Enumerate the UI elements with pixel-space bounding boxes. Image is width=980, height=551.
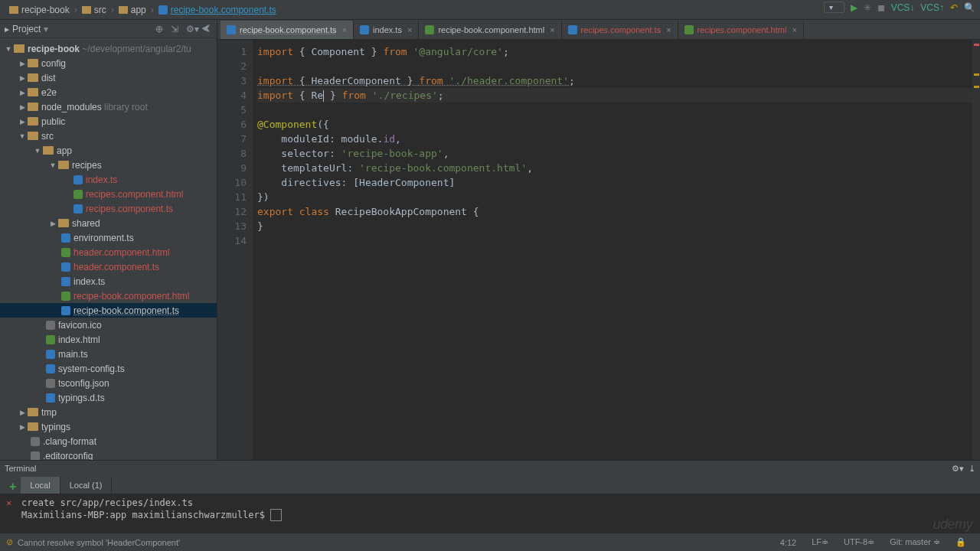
editor-tabs: recipe-book.component.ts× index.ts× reci…: [217, 20, 980, 40]
project-tree[interactable]: ▼recipe-book ~/development/angular2/tu ▶…: [0, 38, 217, 460]
hide-icon[interactable]: ⮜: [201, 24, 212, 34]
ts-file-icon: [360, 25, 369, 34]
folder-src[interactable]: src: [41, 131, 54, 142]
file-header-html[interactable]: header.component.html: [74, 247, 169, 258]
status-bar: ⊘ Cannot resolve symbol 'HeaderComponent…: [0, 533, 980, 551]
breadcrumb-root[interactable]: recipe-book: [6, 5, 73, 15]
folder-public[interactable]: public: [41, 116, 65, 127]
breadcrumb-app[interactable]: app: [116, 5, 149, 15]
status-warning-icon[interactable]: ⊘: [6, 537, 13, 547]
html-file-icon: [684, 25, 694, 34]
folder-icon: [119, 6, 128, 14]
folder-e2e[interactable]: e2e: [41, 87, 57, 98]
terminal-prompt: Maximilians-MBP:app maximilianschwarzmul…: [21, 510, 270, 520]
ts-file-icon: [227, 25, 236, 34]
folder-node-modules[interactable]: node_modules: [41, 102, 102, 112]
status-git-branch[interactable]: Git: master ≑: [890, 537, 940, 547]
file-recipe-book-ts[interactable]: recipe-book.component.ts: [74, 305, 179, 316]
file-recipes-ts[interactable]: recipes.component.ts: [86, 204, 173, 214]
close-icon[interactable]: ×: [792, 25, 796, 34]
breadcrumb-bar: recipe-book › src › app › recipe-book.co…: [0, 0, 980, 20]
add-terminal-button[interactable]: +: [9, 480, 16, 494]
tree-root[interactable]: recipe-book: [28, 44, 80, 54]
breadcrumb-file[interactable]: recipe-book.component.ts: [155, 5, 279, 15]
project-icon: ▸: [5, 24, 9, 34]
folder-shared[interactable]: shared: [72, 218, 100, 229]
folder-recipes[interactable]: recipes: [72, 160, 102, 171]
project-panel-header[interactable]: ▸ Project ▾ ⊕ ⇲ ⚙▾ ⮜: [0, 20, 217, 38]
terminal-tab-local[interactable]: Local: [21, 477, 60, 494]
terminal-output: create src/app/recipes/index.ts: [21, 497, 974, 510]
folder-typings[interactable]: typings: [41, 422, 70, 432]
close-icon[interactable]: ×: [342, 25, 347, 34]
status-message: Cannot resolve symbol 'HeaderComponent': [18, 538, 180, 547]
editor-area: recipe-book.component.ts× index.ts× reci…: [217, 20, 980, 460]
terminal-tabs: + Local Local (1): [0, 476, 980, 494]
tab-recipe-book-ts[interactable]: recipe-book.component.ts×: [220, 21, 354, 39]
file-main-ts[interactable]: main.ts: [58, 349, 88, 360]
debug-icon[interactable]: ✳: [864, 2, 871, 13]
status-caret-position[interactable]: 4:12: [780, 538, 796, 547]
error-stripe[interactable]: [972, 40, 980, 460]
gear-icon[interactable]: ⚙▾: [952, 464, 964, 474]
file-app-index-ts[interactable]: index.ts: [74, 276, 105, 287]
file-favicon[interactable]: favicon.ico: [58, 320, 102, 331]
run-icon[interactable]: ▶: [851, 2, 858, 13]
folder-icon: [9, 6, 18, 14]
file-tsconfig[interactable]: tsconfig.json: [58, 378, 109, 389]
ts-file-icon: [568, 25, 577, 34]
folder-config[interactable]: config: [41, 58, 66, 69]
ts-file-icon: [158, 5, 168, 15]
status-line-separator[interactable]: LF≑: [812, 537, 828, 547]
status-lock-icon[interactable]: 🔒: [956, 537, 966, 547]
tab-recipes-ts[interactable]: recipes.component.ts×: [562, 21, 678, 39]
file-clang-format[interactable]: .clang-format: [43, 436, 96, 447]
stop-icon[interactable]: ◼: [877, 2, 885, 13]
file-system-config[interactable]: system-config.ts: [58, 364, 125, 374]
file-index-ts[interactable]: index.ts: [86, 174, 117, 185]
vcs-update-icon[interactable]: VCS↓: [891, 2, 915, 13]
tab-index-ts[interactable]: index.ts×: [354, 21, 419, 39]
toolbar-right: ▾ ▶ ✳ ◼ VCS↓ VCS↑ ↶ 🔍: [824, 2, 975, 13]
folder-tmp[interactable]: tmp: [41, 407, 57, 418]
terminal-panel: Terminal ⚙▾ ⤓ + Local Local (1) ✕ create…: [0, 460, 980, 525]
undo-icon[interactable]: ↶: [950, 2, 958, 13]
folder-dist[interactable]: dist: [41, 73, 56, 83]
terminal-tab-local-1[interactable]: Local (1): [60, 477, 113, 494]
terminal-body[interactable]: ✕ create src/app/recipes/index.ts Maximi…: [0, 494, 980, 525]
file-environment-ts[interactable]: environment.ts: [74, 233, 134, 243]
search-icon[interactable]: 🔍: [964, 2, 975, 13]
watermark: udemy: [933, 517, 972, 533]
settings-icon[interactable]: ⚙▾: [186, 24, 197, 34]
hide-icon[interactable]: ⤓: [969, 464, 975, 474]
project-sidebar: ▸ Project ▾ ⊕ ⇲ ⚙▾ ⮜ ▼recipe-book ~/deve…: [0, 20, 217, 460]
close-icon[interactable]: ×: [666, 25, 671, 34]
folder-icon: [82, 6, 91, 14]
folder-app[interactable]: app: [57, 145, 72, 156]
html-file-icon: [425, 25, 434, 34]
terminal-title: Terminal: [5, 464, 37, 473]
code-editor[interactable]: 1234567891011121314 import { Component }…: [217, 40, 980, 460]
file-editorconfig[interactable]: .editorconfig: [43, 451, 93, 461]
file-recipes-html[interactable]: recipes.component.html: [86, 189, 183, 200]
project-panel-title: Project: [12, 24, 41, 34]
breadcrumb-src[interactable]: src: [79, 5, 109, 15]
file-index-html[interactable]: index.html: [58, 334, 100, 345]
line-gutter: 1234567891011121314: [217, 40, 253, 460]
status-encoding[interactable]: UTF-8≑: [844, 537, 874, 547]
file-header-ts[interactable]: header.component.ts: [74, 262, 159, 272]
file-recipe-book-html[interactable]: recipe-book.component.html: [74, 291, 189, 302]
collapse-all-icon[interactable]: ⇲: [171, 24, 181, 34]
code-content[interactable]: import { Component } from '@angular/core…: [253, 40, 980, 460]
tab-recipes-html[interactable]: recipes.component.html×: [678, 21, 804, 39]
run-config-dropdown[interactable]: ▾: [824, 2, 844, 13]
scroll-from-source-icon[interactable]: ⊕: [155, 24, 166, 34]
close-icon[interactable]: ×: [407, 25, 412, 34]
tab-recipe-book-html[interactable]: recipe-book.component.html×: [419, 21, 561, 39]
file-typings-d-ts[interactable]: typings.d.ts: [58, 393, 105, 403]
vcs-commit-icon[interactable]: VCS↑: [920, 2, 944, 13]
terminal-header[interactable]: Terminal ⚙▾ ⤓: [0, 461, 980, 476]
close-icon[interactable]: ×: [550, 25, 554, 34]
close-terminal-icon[interactable]: ✕: [6, 497, 11, 508]
